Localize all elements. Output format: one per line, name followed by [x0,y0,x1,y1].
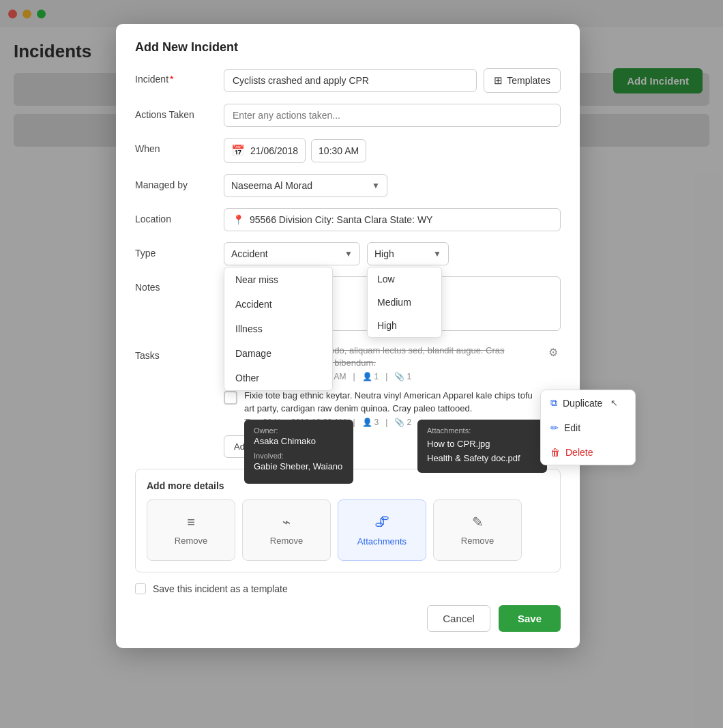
managed-by-select[interactable]: Naseema Al Morad ▼ [224,174,387,197]
attach-item-1: How to CPR.jpg [427,437,537,452]
required-indicator: * [170,74,173,85]
type-option-damage[interactable]: Damage [224,341,332,366]
task-text-2: Fixie tote bag ethnic keytar. Neutra vin… [244,390,539,414]
actions-taken-area [224,104,561,127]
attach-item-2: Health & Safety doc.pdf [427,452,537,466]
severity-option-low[interactable]: Low [368,267,441,291]
type-option-accident[interactable]: Accident [224,292,332,317]
attach-tooltip-items: How to CPR.jpg Health & Safety doc.pdf [427,437,537,466]
type-dropdown-arrow: ▼ [344,249,353,259]
managed-by-area: Naseema Al Morad ▼ [224,174,561,197]
managed-by-dropdown-arrow: ▼ [372,181,380,190]
tasks-row: Tasks Cras quis nulla commodo, aliquam l… [135,345,561,458]
attach-icon-2: 📎 [394,418,404,427]
involved-tooltip-value: Gabie Sheber, Waiano [254,461,344,471]
detail-card-1[interactable]: ⌁ Remove [242,499,331,561]
location-icon: 📍 [233,214,244,225]
severity-dropdown-arrow: ▼ [433,249,441,259]
type-select[interactable]: Accident ▼ [224,242,360,265]
owner-tooltip-value: Asaka Chimako [254,436,344,446]
type-severity-inputs: Accident ▼ Near miss Accident Illness Da… [224,242,561,265]
type-option-near-miss[interactable]: Near miss [224,267,332,292]
date-field[interactable]: 📅 21/06/2018 [224,138,306,163]
detail-card-label-0: Remove [175,536,207,546]
type-option-illness[interactable]: Illness [224,317,332,341]
task-pipe-1: | [353,372,355,381]
attach-tooltip-label: Attachments: [427,426,537,435]
actions-taken-row: Actions Taken [135,104,561,127]
incident-input[interactable] [224,69,477,92]
save-button[interactable]: Save [499,605,561,632]
detail-card-3[interactable]: ✎ Remove [433,499,522,561]
detail-card-icon-3: ✎ [472,514,484,530]
templates-button[interactable]: ⊞ Templates [484,68,561,93]
detail-card-label-2: Attachments [357,536,407,547]
location-area: 📍 95566 Division City: Santa Clara State… [224,208,561,231]
type-severity-row: Type Accident ▼ Near miss Accident Illne… [135,242,561,265]
delete-icon: 🗑 [550,447,560,458]
task-people-1: 👤 1 [362,372,379,381]
when-label: When [135,138,224,154]
actions-taken-input[interactable] [224,104,561,127]
edit-icon: ✏ [550,422,559,433]
managed-by-row: Managed by Naseema Al Morad ▼ [135,174,561,197]
detail-card-icon-2: 🖇 [374,513,389,531]
modal-footer: Cancel Save [135,605,561,632]
context-edit[interactable]: ✏ Edit [541,416,635,440]
modal-title: Add New Incident [135,40,561,55]
detail-card-icon-0: ≡ [187,514,195,530]
severity-select[interactable]: High ▼ [367,242,449,265]
context-duplicate[interactable]: ⧉ Duplicate ↖ [541,390,635,416]
severity-option-high[interactable]: High [368,314,441,337]
type-severity-area: Accident ▼ Near miss Accident Illness Da… [224,242,561,265]
templates-icon: ⊞ [494,74,503,87]
incident-field-area: ⊞ Templates [224,68,561,93]
detail-card-2[interactable]: 🖇 Attachments [338,499,426,561]
detail-card-icon-1: ⌁ [282,514,291,530]
task-attach-1: 📎 1 [394,372,411,381]
location-label: Location [135,208,224,224]
save-template-checkbox[interactable] [135,583,146,594]
notes-row: Notes [135,276,561,334]
incident-label: Incident* [135,68,224,85]
task-gear-button-1[interactable]: ⚙ [546,345,561,360]
task-checkbox-2[interactable] [224,391,237,405]
context-delete[interactable]: 🗑 Delete [541,440,635,465]
cancel-button[interactable]: Cancel [427,605,490,632]
notes-label: Notes [135,276,224,293]
person-icon-2: 👤 [362,418,372,427]
when-area: 📅 21/06/2018 10:30 AM [224,138,561,163]
actions-taken-label: Actions Taken [135,104,224,120]
type-select-container: Accident ▼ Near miss Accident Illness Da… [224,242,360,265]
detail-card-label-3: Remove [461,536,494,546]
severity-dropdown: Low Medium High [367,267,442,338]
when-inputs: 📅 21/06/2018 10:30 AM [224,138,561,163]
task-attach-2: 📎 2 [394,418,411,427]
owner-tooltip: Owner: Asaka Chimako Involved: Gabie She… [244,420,353,484]
location-field[interactable]: 📍 95566 Division City: Santa Clara State… [224,208,561,231]
person-icon-1: 👤 [362,372,372,381]
detail-card-0[interactable]: ≡ Remove [147,499,235,561]
add-incident-modal: Add New Incident Incident* ⊞ Templates A… [116,24,580,648]
task-pipe-2b: | [385,418,387,427]
managed-by-label: Managed by [135,174,224,190]
location-row: Location 📍 95566 Division City: Santa Cl… [135,208,561,231]
owner-tooltip-label: Owner: [254,426,344,435]
severity-option-medium[interactable]: Medium [368,291,441,314]
tasks-label: Tasks [135,345,224,361]
type-option-other[interactable]: Other [224,366,332,390]
incident-row: Incident* ⊞ Templates [135,68,561,93]
attachments-tooltip: Attachments: How to CPR.jpg Health & Saf… [417,420,547,473]
task-people-2: 👤 3 [362,418,379,427]
incident-input-row: ⊞ Templates [224,68,561,93]
dup-cursor: ↖ [610,398,618,408]
attach-icon-1: 📎 [394,372,404,381]
time-field[interactable]: 10:30 AM [311,139,366,162]
involved-tooltip-label: Involved: [254,452,344,460]
task-pipe-1b: | [385,372,387,381]
detail-card-label-1: Remove [270,536,303,546]
when-row: When 📅 21/06/2018 10:30 AM [135,138,561,163]
more-details-section: Add more details ≡ Remove ⌁ Remove 🖇 Att… [135,469,561,572]
save-template-label: Save this incident as a template [153,583,288,594]
duplicate-icon: ⧉ [550,397,557,409]
